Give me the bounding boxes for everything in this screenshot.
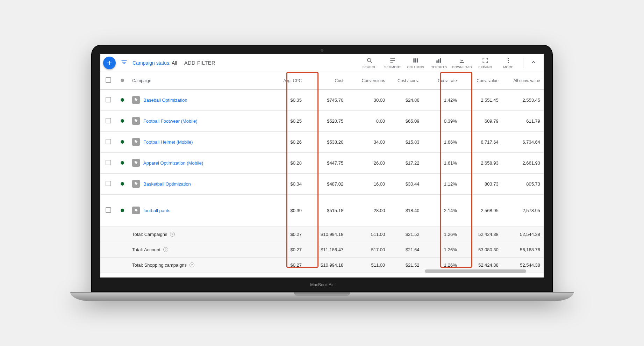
campaign-status-label[interactable]: Campaign status: All [133, 60, 177, 66]
cell-all-conv-value: 2,553.45 [502, 89, 544, 110]
tag-icon [132, 159, 140, 167]
table-header-row: Campaign Avg. CPC Cost Conversions Cost … [100, 72, 544, 89]
pagination-bar: Show rows: 10 1 - 10 of 125 [100, 273, 544, 278]
table-row: football pants$0.39$515.1828.00$18.402.1… [100, 194, 544, 226]
cell-conv-value: 2,551.45 [460, 89, 502, 110]
filter-icon[interactable] [119, 57, 129, 68]
campaign-table-wrapper: Campaign Avg. CPC Cost Conversions Cost … [100, 72, 544, 273]
cell-avg-cpc: $0.35 [270, 89, 305, 110]
col-cost[interactable]: Cost [305, 72, 347, 89]
next-page-button[interactable] [511, 277, 521, 278]
table-row: Basketball Optimization$0.34$487.0216.00… [100, 173, 544, 194]
first-page-button[interactable] [479, 277, 488, 278]
horizontal-scrollbar[interactable] [425, 269, 526, 273]
campaign-link[interactable]: Apparel Optimization (Mobile) [132, 159, 267, 167]
cell-cost-conv: $30.44 [388, 173, 423, 194]
camera-dot [321, 49, 323, 52]
svg-rect-5 [413, 58, 414, 63]
cell-all-conv-value: 2,661.93 [502, 152, 544, 173]
row-checkbox[interactable] [106, 207, 111, 213]
columns-icon [412, 57, 420, 64]
expand-button[interactable]: EXPAND [475, 57, 495, 69]
status-enabled-icon[interactable] [121, 161, 124, 165]
campaign-link[interactable]: football pants [132, 207, 267, 214]
add-filter-button[interactable]: ADD FILTER [184, 60, 215, 66]
cell-all-conv-value: 6,734.64 [502, 131, 544, 152]
cell-cost-conv: $65.09 [388, 110, 423, 131]
last-page-button[interactable] [527, 277, 537, 278]
cell-conv-rate: 0.39% [423, 110, 460, 131]
reports-button[interactable]: REPORTS [429, 57, 449, 69]
help-icon[interactable]: ? [163, 247, 168, 252]
toolbar: + Campaign status: All ADD FILTER SEARCH [100, 54, 544, 72]
cell-conv-value: 609.79 [460, 110, 502, 131]
help-icon[interactable]: ? [170, 232, 175, 237]
cell-cost: $487.02 [305, 173, 347, 194]
laptop-base [70, 292, 574, 301]
cell-all-conv-value: 805.73 [502, 173, 544, 194]
row-checkbox[interactable] [106, 97, 111, 102]
status-enabled-icon[interactable] [121, 182, 124, 186]
campaign-name: Basketball Optimization [143, 181, 191, 187]
campaign-name: Football Footwear (Mobile) [143, 118, 198, 124]
cell-conv-rate: 1.42% [423, 89, 460, 110]
select-all-checkbox[interactable] [106, 77, 111, 83]
campaign-link[interactable]: Football Footwear (Mobile) [132, 117, 267, 125]
col-cost-conv[interactable]: Cost / conv. [388, 72, 423, 89]
cell-all-conv-value: 2,578.95 [502, 194, 544, 226]
summary-label: Total: Account ? [132, 247, 267, 252]
search-icon [366, 57, 373, 64]
campaign-name: Football Helmet (Mobile) [143, 139, 193, 145]
cell-cost-conv: $18.40 [388, 194, 423, 226]
cell-conv-value: 2,568.95 [460, 194, 502, 226]
segment-button[interactable]: SEGMENT [383, 57, 402, 69]
help-icon[interactable]: ? [189, 262, 194, 267]
campaign-table: Campaign Avg. CPC Cost Conversions Cost … [100, 72, 544, 273]
cell-avg-cpc: $0.39 [270, 194, 305, 226]
row-checkbox[interactable] [106, 118, 111, 123]
more-button[interactable]: MORE [499, 57, 518, 69]
status-enabled-icon[interactable] [121, 140, 124, 144]
status-enabled-icon[interactable] [121, 209, 124, 212]
cell-conversions: 8.00 [347, 110, 388, 131]
add-button[interactable]: + [103, 57, 116, 69]
tag-icon [132, 180, 140, 188]
campaign-link[interactable]: Baseball Optimization [132, 96, 267, 104]
cell-avg-cpc: $0.34 [270, 173, 305, 194]
col-conversions[interactable]: Conversions [347, 72, 388, 89]
cell-conv-rate: 2.14% [423, 194, 460, 226]
table-row: Football Helmet (Mobile)$0.26$538.2034.0… [100, 131, 544, 152]
svg-point-12 [508, 58, 509, 59]
cell-conv-value: 2,658.93 [460, 152, 502, 173]
campaign-link[interactable]: Football Helmet (Mobile) [132, 138, 267, 146]
row-checkbox[interactable] [106, 181, 111, 186]
columns-button[interactable]: COLUMNS [406, 57, 425, 69]
cell-all-conv-value: 611.79 [502, 110, 544, 131]
svg-rect-6 [415, 58, 416, 63]
cell-cost: $447.75 [305, 152, 347, 173]
row-checkbox[interactable] [106, 139, 111, 144]
divider [523, 58, 523, 68]
campaign-link[interactable]: Basketball Optimization [132, 180, 267, 188]
col-conv-rate[interactable]: Conv. rate [423, 72, 460, 89]
svg-rect-9 [438, 59, 439, 63]
download-button[interactable]: DOWNLOAD [452, 57, 472, 69]
col-campaign[interactable]: Campaign [129, 72, 270, 89]
svg-rect-8 [436, 60, 437, 63]
svg-rect-2 [390, 58, 395, 59]
prev-page-button[interactable] [495, 277, 505, 278]
search-button[interactable]: SEARCH [360, 57, 379, 69]
cell-conv-value: 6,717.64 [460, 131, 502, 152]
table-row: Apparel Optimization (Mobile)$0.28$447.7… [100, 152, 544, 173]
svg-point-0 [367, 58, 371, 62]
status-enabled-icon[interactable] [121, 98, 124, 102]
status-enabled-icon[interactable] [121, 119, 124, 123]
row-checkbox[interactable] [106, 160, 111, 165]
col-all-conv-value[interactable]: All conv. value [502, 72, 544, 89]
summary-label: Total: Campaigns ? [132, 232, 267, 237]
col-avg-cpc[interactable]: Avg. CPC [270, 72, 305, 89]
tag-icon [132, 96, 140, 104]
status-header-icon[interactable] [121, 79, 124, 82]
col-conv-value[interactable]: Conv. value [460, 72, 502, 89]
collapse-button[interactable] [528, 57, 539, 69]
